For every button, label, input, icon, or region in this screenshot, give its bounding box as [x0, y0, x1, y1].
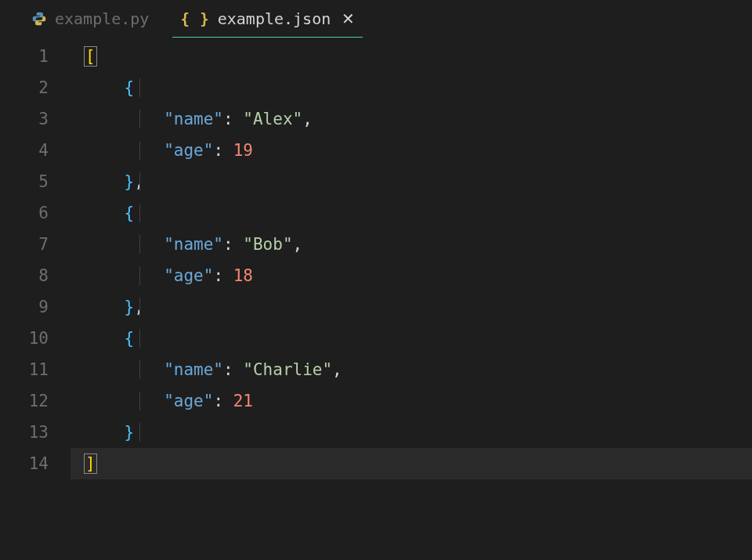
line-number: 2: [0, 72, 49, 103]
tab-example-json[interactable]: { } example.json ✕: [164, 0, 371, 38]
code-line: }: [85, 417, 752, 448]
code-line: "age": 18: [85, 260, 752, 291]
code-content[interactable]: [ { "name": "Alex", "age": 19 }, { "name…: [70, 38, 752, 560]
line-number: 13: [0, 417, 49, 448]
code-line: "name": "Bob",: [85, 229, 752, 260]
code-line: "age": 19: [85, 135, 752, 166]
line-number: 3: [0, 103, 49, 135]
line-number: 1: [0, 41, 49, 72]
line-number: 11: [0, 354, 49, 385]
line-number: 8: [0, 260, 49, 291]
python-icon: [31, 11, 47, 27]
code-line: "age": 21: [85, 385, 752, 417]
code-line: {: [85, 72, 752, 103]
line-number: 12: [0, 385, 49, 417]
code-line: "name": "Charlie",: [85, 354, 752, 385]
code-line: {: [85, 197, 752, 229]
line-number-gutter: 1 2 3 4 5 6 7 8 9 10 11 12 13 14: [0, 38, 70, 560]
tab-bar: example.py { } example.json ✕: [0, 0, 752, 38]
code-line: [: [85, 41, 752, 72]
line-number: 14: [0, 448, 49, 479]
close-icon[interactable]: ✕: [342, 9, 355, 28]
tab-label: example.py: [55, 9, 149, 28]
code-line: {: [85, 323, 752, 354]
code-editor[interactable]: 1 2 3 4 5 6 7 8 9 10 11 12 13 14 [ { "na…: [0, 38, 752, 560]
code-line: },: [85, 166, 752, 197]
tab-label: example.json: [218, 9, 331, 28]
json-icon: { }: [180, 10, 209, 27]
line-number: 5: [0, 166, 49, 197]
line-number: 9: [0, 291, 49, 323]
code-line: ]: [70, 448, 752, 479]
line-number: 6: [0, 197, 49, 229]
line-number: 7: [0, 229, 49, 260]
line-number: 10: [0, 323, 49, 354]
line-number: 4: [0, 135, 49, 166]
code-line: },: [85, 291, 752, 323]
tab-example-py[interactable]: example.py: [16, 0, 164, 38]
code-line: "name": "Alex",: [85, 103, 752, 135]
